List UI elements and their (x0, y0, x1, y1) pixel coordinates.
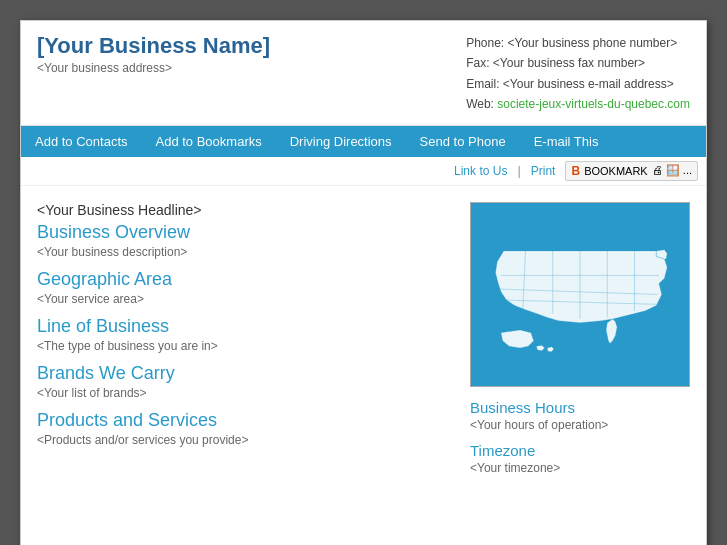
right-column: Business Hours <Your hours of operation>… (470, 202, 690, 530)
lob-desc: <The type of business you are in> (37, 339, 454, 353)
products-title: Products and Services (37, 410, 454, 431)
overview-title: Business Overview (37, 222, 454, 243)
nav-send-to-phone[interactable]: Send to Phone (406, 126, 520, 157)
navbar: Add to Contacts Add to Bookmarks Driving… (21, 126, 706, 157)
brands-title: Brands We Carry (37, 363, 454, 384)
lob-title: Line of Business (37, 316, 454, 337)
products-desc: <Products and/or services you provide> (37, 433, 454, 447)
page-wrapper: [Your Business Name] <Your business addr… (20, 20, 707, 545)
business-address: <Your business address> (37, 61, 270, 75)
nav-add-bookmarks[interactable]: Add to Bookmarks (142, 126, 276, 157)
main-content: <Your Business Headline> Business Overvi… (21, 186, 706, 545)
header-left: [Your Business Name] <Your business addr… (37, 33, 270, 75)
business-name: [Your Business Name] (37, 33, 270, 59)
phone-info: Phone: <Your business phone number> (466, 33, 690, 53)
fax-info: Fax: <Your business fax number> (466, 53, 690, 73)
toolbar-separator: | (517, 163, 520, 178)
web-info: Web: societe-jeux-virtuels-du-quebec.com (466, 94, 690, 114)
left-column: <Your Business Headline> Business Overvi… (37, 202, 454, 530)
web-label: Web: (466, 97, 497, 111)
geo-title: Geographic Area (37, 269, 454, 290)
toolbar-row: Link to Us | Print B BOOKMARK 🖨 🪟 ... (21, 157, 706, 186)
bookmark-badge[interactable]: B BOOKMARK 🖨 🪟 ... (565, 161, 698, 181)
brands-desc: <Your list of brands> (37, 386, 454, 400)
link-to-us-link[interactable]: Link to Us (454, 164, 507, 178)
nav-add-contacts[interactable]: Add to Contacts (21, 126, 142, 157)
web-url-link[interactable]: societe-jeux-virtuels-du-quebec.com (497, 97, 690, 111)
hours-title: Business Hours (470, 399, 690, 416)
bookmark-icon: B (571, 164, 580, 178)
header: [Your Business Name] <Your business addr… (21, 21, 706, 126)
email-info: Email: <Your business e-mail address> (466, 74, 690, 94)
header-right: Phone: <Your business phone number> Fax:… (466, 33, 690, 115)
timezone-title: Timezone (470, 442, 690, 459)
nav-email-this[interactable]: E-mail This (520, 126, 613, 157)
overview-desc: <Your business description> (37, 245, 454, 259)
hours-desc: <Your hours of operation> (470, 418, 690, 432)
geo-desc: <Your service area> (37, 292, 454, 306)
bookmark-icons: 🖨 🪟 ... (652, 164, 692, 177)
bookmark-label: BOOKMARK (584, 165, 648, 177)
print-link[interactable]: Print (531, 164, 556, 178)
timezone-desc: <Your timezone> (470, 461, 690, 475)
business-headline: <Your Business Headline> (37, 202, 454, 218)
us-map (470, 202, 690, 387)
nav-driving-directions[interactable]: Driving Directions (276, 126, 406, 157)
map-svg (471, 203, 689, 386)
